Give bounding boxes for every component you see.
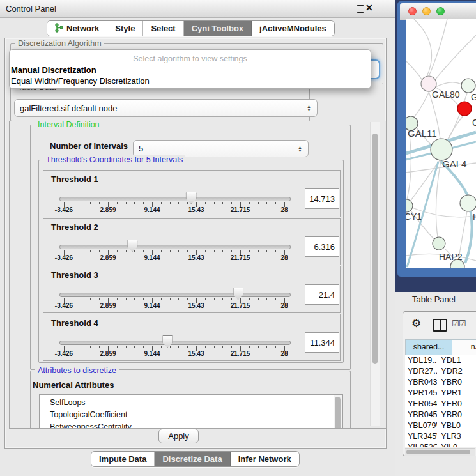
cell-shared-name[interactable]: YIL052C [405, 442, 437, 447]
tab-network[interactable]: Network [47, 21, 107, 36]
tick-mark [222, 346, 223, 348]
tick-mark [231, 346, 232, 348]
tab-jactivemnodules[interactable]: jActiveMNodules [252, 21, 334, 36]
scrollbar-thumb[interactable] [372, 134, 378, 364]
tick-mark [82, 202, 82, 204]
popup-option-manual-discretization[interactable]: Manual Discretization [11, 65, 96, 75]
table-row[interactable]: YBL079WYBL0 [405, 420, 476, 431]
checkbox-icons[interactable]: ☑☑ [452, 319, 465, 328]
cell-name[interactable]: YER0 [437, 399, 476, 410]
tick-mark [170, 250, 171, 252]
tick-mark [161, 346, 162, 348]
cell-shared-name[interactable]: YDL19... [405, 355, 437, 366]
tick-mark [249, 202, 250, 204]
network-node[interactable] [433, 237, 445, 250]
network-node[interactable] [457, 102, 472, 116]
table-data-combobox[interactable]: galFiltered.sif default node ▲▼ [14, 99, 318, 117]
attributes-group: Attributes to discretize Numerical Attri… [30, 371, 351, 429]
slider-thumb[interactable] [162, 335, 173, 348]
cell-name[interactable]: YIL0 [437, 442, 476, 447]
network-node[interactable] [461, 79, 475, 93]
attribute-item-topologicalcoefficient[interactable]: TopologicalCoefficient [40, 409, 342, 421]
tick-mark [90, 250, 91, 252]
slider-thumb[interactable] [233, 288, 243, 300]
zoom-light[interactable] [436, 7, 445, 15]
table-horizontal-scrollbar[interactable] [405, 448, 475, 456]
network-node[interactable] [460, 195, 476, 211]
close-icon[interactable]: ✕ [365, 3, 373, 13]
algorithm-dropdown-popup: Select algorithm to view settings Manual… [9, 49, 371, 89]
tick-label: -3.426 [55, 302, 73, 309]
tab-select[interactable]: Select [143, 21, 183, 36]
threshold-value-field[interactable]: 6.316 [305, 236, 339, 257]
table-row[interactable]: YBR045CYBR0 [405, 410, 476, 420]
tab-cyni-toolbox[interactable]: Cyni Toolbox [184, 21, 252, 36]
tick-mark [134, 346, 135, 348]
threshold-value-field[interactable]: 21.4 [305, 284, 339, 305]
network-edge [410, 160, 440, 201]
node-label: C [472, 118, 476, 128]
threshold-value-field[interactable]: 11.344 [305, 332, 339, 353]
network-window-titlebar[interactable] [400, 3, 476, 20]
tab-infer-network[interactable]: Infer Network [231, 452, 299, 466]
attributes-list-scrollbar[interactable] [334, 395, 342, 429]
slider-thumb[interactable] [127, 240, 137, 252]
table-row[interactable]: YBR043CYBR0 [405, 377, 476, 388]
tick-mark [178, 346, 179, 348]
gear-icon[interactable]: ⚙ [411, 317, 421, 330]
cell-shared-name[interactable]: YER054C [405, 399, 437, 410]
threshold-value-field[interactable]: 14.713 [305, 188, 339, 209]
table-header-shared-name[interactable]: shared... [405, 339, 452, 355]
node-label: HAP2 [439, 252, 463, 262]
cell-shared-name[interactable]: YBR045C [405, 410, 437, 420]
apply-button[interactable]: Apply [158, 429, 199, 443]
float-window-icon[interactable] [357, 5, 364, 13]
tick-mark [82, 298, 82, 300]
network-node[interactable] [431, 139, 452, 160]
tick-mark [205, 298, 206, 300]
table-row[interactable]: YIL052CYIL0 [405, 442, 476, 447]
popup-option-equal-width-frequency-discretization[interactable]: Equal Width/Frequency Discretization [11, 76, 150, 86]
tick-mark [134, 202, 135, 204]
cell-name[interactable]: YDR2 [437, 366, 476, 377]
settings-vertical-scrollbar[interactable] [370, 122, 380, 426]
cell-shared-name[interactable]: YLR345W [405, 431, 437, 442]
cell-shared-name[interactable]: YPR145W [405, 388, 437, 399]
control-panel-window: Control Panel ✕ NetworkStyleSelectCyni T… [0, 0, 476, 476]
table-header-name[interactable]: name [452, 339, 476, 355]
cell-shared-name[interactable]: YDR27... [405, 366, 437, 377]
cell-name[interactable]: YBR0 [437, 410, 476, 420]
network-node[interactable] [406, 199, 413, 212]
node-label: GA [471, 92, 476, 102]
tick-mark [178, 298, 179, 300]
tab-impute-data[interactable]: Impute Data [91, 452, 155, 466]
num-intervals-combobox[interactable]: 5 ▲▼ [133, 140, 309, 157]
table-row[interactable]: YDR27...YDR2 [405, 366, 476, 377]
tab-style[interactable]: Style [107, 21, 143, 36]
cell-name[interactable]: YLR3 [437, 431, 476, 442]
minimize-light[interactable] [422, 7, 431, 15]
tab-discretize-data[interactable]: Discretize Data [155, 452, 230, 466]
network-edge [407, 130, 411, 199]
cell-name[interactable]: YPR1 [437, 388, 476, 399]
attribute-item-betweennesscentrality[interactable]: BetweennessCentrality [40, 421, 342, 429]
cell-name[interactable]: YDL1 [437, 355, 476, 366]
table-row[interactable]: YDL19...YDL1 [405, 355, 476, 366]
attributes-list[interactable]: SelfLoopsTopologicalCoefficientBetweenne… [39, 394, 343, 429]
close-light[interactable] [408, 7, 417, 15]
cell-name[interactable]: YBL0 [437, 420, 476, 431]
cell-name[interactable]: YBR0 [437, 377, 476, 388]
tab-label: Discretize Data [162, 454, 222, 464]
table-row[interactable]: YER054CYER0 [405, 399, 476, 410]
cell-shared-name[interactable]: YBR043C [405, 377, 437, 388]
slider-ticks: -3.4262.8599.14415.4321.71528 [64, 219, 284, 265]
table-row[interactable]: YLR345WYLR3 [405, 431, 476, 442]
tick-mark [126, 250, 127, 252]
network-canvas[interactable]: GAL80GACGAL11GAL4GCY1HHAP2 [406, 19, 476, 268]
scrollbar-thumb[interactable] [406, 450, 470, 454]
numerical-attributes-label: Numerical Attributes [33, 380, 114, 390]
table-row[interactable]: YPR145WYPR1 [405, 388, 476, 399]
attribute-item-selfloops[interactable]: SelfLoops [40, 397, 342, 409]
cell-shared-name[interactable]: YBL079W [405, 420, 437, 431]
columns-icon[interactable] [433, 319, 447, 332]
